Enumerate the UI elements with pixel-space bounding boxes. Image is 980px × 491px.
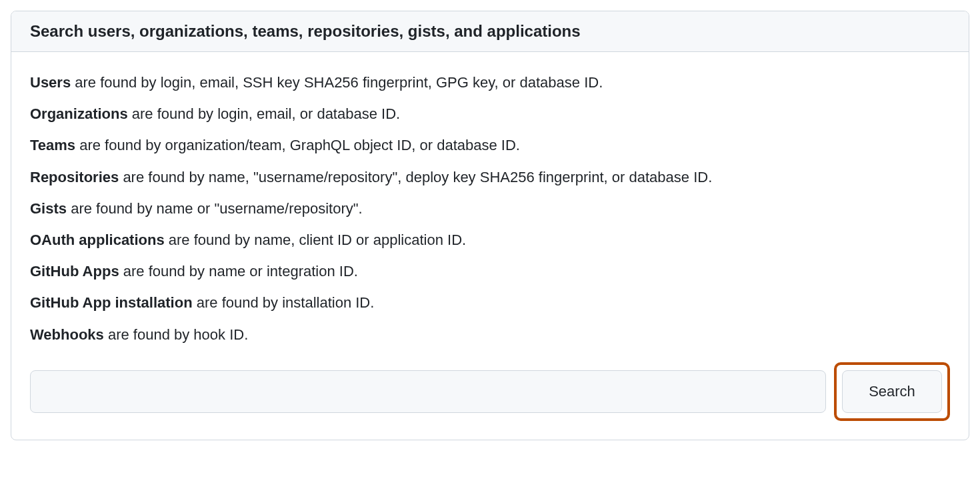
desc-users-label: Users xyxy=(30,74,71,91)
desc-oauth-apps: OAuth applications are found by name, cl… xyxy=(30,228,950,252)
panel-title: Search users, organizations, teams, repo… xyxy=(30,22,950,41)
desc-github-app-installation-text: are found by installation ID. xyxy=(193,294,375,311)
desc-organizations: Organizations are found by login, email,… xyxy=(30,102,950,125)
search-panel: Search users, organizations, teams, repo… xyxy=(11,11,969,440)
desc-gists-label: Gists xyxy=(30,200,67,217)
desc-teams-label: Teams xyxy=(30,137,75,153)
panel-header: Search users, organizations, teams, repo… xyxy=(11,11,969,52)
search-row: Search xyxy=(30,362,950,421)
desc-webhooks: Webhooks are found by hook ID. xyxy=(30,323,950,346)
desc-repositories: Repositories are found by name, "usernam… xyxy=(30,165,950,189)
desc-repositories-label: Repositories xyxy=(30,169,119,185)
desc-oauth-apps-text: are found by name, client ID or applicat… xyxy=(165,231,466,248)
search-input[interactable] xyxy=(30,370,826,413)
desc-github-app-installation: GitHub App installation are found by ins… xyxy=(30,291,950,314)
desc-github-apps-label: GitHub Apps xyxy=(30,263,119,280)
desc-users: Users are found by login, email, SSH key… xyxy=(30,71,950,94)
search-button-highlight: Search xyxy=(834,362,950,421)
desc-github-apps: GitHub Apps are found by name or integra… xyxy=(30,260,950,283)
desc-gists-text: are found by name or "username/repositor… xyxy=(67,200,363,217)
search-button[interactable]: Search xyxy=(842,370,942,413)
desc-oauth-apps-label: OAuth applications xyxy=(30,231,165,248)
desc-webhooks-text: are found by hook ID. xyxy=(104,326,248,343)
desc-organizations-text: are found by login, email, or database I… xyxy=(128,105,400,122)
desc-repositories-text: are found by name, "username/repository"… xyxy=(119,169,712,185)
desc-gists: Gists are found by name or "username/rep… xyxy=(30,197,950,220)
desc-teams: Teams are found by organization/team, Gr… xyxy=(30,133,950,157)
desc-github-apps-text: are found by name or integration ID. xyxy=(119,263,358,280)
desc-teams-text: are found by organization/team, GraphQL … xyxy=(75,137,520,153)
desc-organizations-label: Organizations xyxy=(30,105,128,122)
desc-webhooks-label: Webhooks xyxy=(30,326,104,343)
panel-body: Users are found by login, email, SSH key… xyxy=(11,52,969,440)
desc-users-text: are found by login, email, SSH key SHA25… xyxy=(71,74,603,91)
desc-github-app-installation-label: GitHub App installation xyxy=(30,294,193,311)
